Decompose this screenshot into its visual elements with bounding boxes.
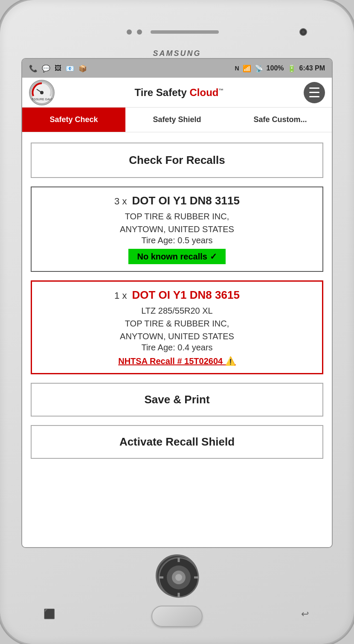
phone-screen: 📞 💬 🖼 📧 📦 N 📶 📡 100% 🔋 6:43 PM [21,58,333,548]
status-left-icons: 📞 💬 🖼 📧 📦 [29,64,87,73]
nav-buttons: ⬛ ↩ [13,606,341,627]
hamburger-line-2 [309,92,319,93]
battery-percent: 100% [267,64,284,72]
tire-2-dot-code: DOT OI Y1 DN8 3615 [132,288,239,302]
tire-2-age: Tire Age: 0.4 years [39,343,315,353]
tire-2-location: ANYTOWN, UNITED STATES [39,330,315,343]
recent-apps-button[interactable]: ↩ [294,606,316,623]
phone-bottom: ⬛ ↩ [13,548,341,627]
tire-2-model: LTZ 285/55R20 XL [39,304,315,317]
battery-icon: 🔋 [287,64,296,73]
svg-point-7 [175,574,182,581]
email-icon: 📧 [66,64,74,73]
signal-icon: 📡 [255,64,263,73]
tire-card-recall: 1 x DOT OI Y1 DN8 3615 LTZ 285/55R20 XL … [31,280,323,374]
home-button[interactable] [151,606,203,627]
tab-safe-custom[interactable]: Safe Custom... [229,108,332,132]
tire-1-dot-code: DOT OI Y1 DN8 3115 [132,194,239,207]
tire-1-quantity: 3 x [114,196,127,207]
nfc-icon: N [235,65,239,72]
tire-card-no-recall: 3 x DOT OI Y1 DN8 3115 TOP TIRE & RUBBER… [31,186,323,272]
status-bar: 📞 💬 🖼 📧 📦 N 📶 📡 100% 🔋 6:43 PM [22,59,332,78]
back-button[interactable]: ⬛ [38,606,60,623]
time-display: 6:43 PM [299,64,325,72]
speaker-dot-right [137,29,142,35]
check-recalls-button[interactable]: Check For Recalls [31,143,323,178]
call-icon: 📞 [29,64,38,73]
recall-link[interactable]: NHTSA Recall # 15T02604 ⚠️ [118,356,236,366]
speaker-bar [151,30,219,34]
message-icon: 💬 [42,64,50,73]
app-logo: PRESSURE GAUGE [29,80,55,105]
no-recall-badge: No known recalls ✓ [128,249,225,264]
tire-1-age: Tire Age: 0.5 years [38,236,316,245]
tab-bar: Safety Check Safety Shield Safe Custom..… [22,108,332,132]
hamburger-menu-button[interactable] [304,82,325,103]
app-header: PRESSURE GAUGE Tire Safety Cloud™ [22,78,332,108]
tire-1-location: ANYTOWN, UNITED STATES [38,223,316,236]
warning-icon: ⚠️ [225,356,236,366]
app-content: Check For Recalls 3 x DOT OI Y1 DN8 3115… [22,132,332,547]
tab-safety-shield[interactable]: Safety Shield [125,108,229,132]
tire-2-manufacturer: TOP TIRE & RUBBER INC, [39,317,315,330]
hamburger-line-1 [309,87,319,89]
download-icon: 📦 [78,64,87,73]
phone-top-bar [13,17,341,47]
status-right: N 📶 📡 100% 🔋 6:43 PM [235,64,325,73]
bottom-tire-icon [156,554,198,597]
wifi-icon: 📶 [243,64,251,73]
tire-2-quantity: 1 x [114,290,127,301]
gallery-icon: 🖼 [55,64,61,72]
tire-1-manufacturer: TOP TIRE & RUBBER INC, [38,210,316,223]
svg-text:PRESSURE GAUGE: PRESSURE GAUGE [30,98,54,101]
save-print-button[interactable]: Save & Print [31,383,323,417]
app-title: Tire Safety Cloud™ [135,87,224,99]
hamburger-line-3 [309,96,319,97]
front-camera [299,28,307,36]
brand-label: SAMSUNG [153,49,201,58]
activate-recall-shield-button[interactable]: Activate Recall Shield [31,425,323,459]
phone-frame: SAMSUNG 📞 💬 🖼 📧 📦 N 📶 📡 100% 🔋 6:43 PM [0,0,354,644]
tab-safety-check[interactable]: Safety Check [22,108,125,132]
speaker-dot-left [127,29,132,35]
